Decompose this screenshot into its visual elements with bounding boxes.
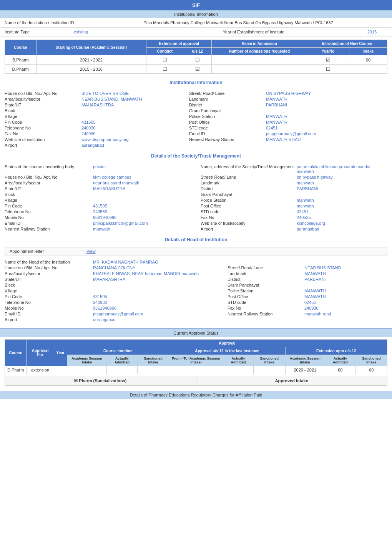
field-value2 xyxy=(304,260,387,264)
col-intro: Introduction of New Course xyxy=(307,40,387,48)
field-label: Mobile No xyxy=(5,306,93,310)
course-us12: ☑ xyxy=(183,65,212,74)
field-value: KHATKALE NIWAS, NEAR hanuman MANDIR manw… xyxy=(93,271,228,276)
field-label: Nearest Railway Station xyxy=(5,227,93,231)
field-label2 xyxy=(189,143,266,148)
field-value: 431505 xyxy=(81,120,189,124)
field-value2: MANWATH xyxy=(266,114,387,119)
info-field-row: House no./ Bld. No./ Apt. No SIDE TO OVE… xyxy=(5,91,387,96)
mpharm-row: M Pharm (Specializations) Approved Intak… xyxy=(5,376,387,386)
col-approval-for: Approval For xyxy=(27,340,54,366)
approved-intake-label: Approved Intake xyxy=(196,376,387,385)
society-info-fields: Status of the course conducting body pri… xyxy=(0,162,392,234)
field-label: Email ID xyxy=(5,221,93,226)
field-label: Pin Code xyxy=(5,294,93,299)
info-field-row: Area/locality/sector near bus stand manw… xyxy=(5,181,387,185)
field-value: near bus stand manwath xyxy=(93,181,201,185)
field-value2: 02451 xyxy=(297,209,387,214)
field-label2: Landmark xyxy=(189,97,266,101)
at-session xyxy=(67,366,107,374)
footer-bar: Details of Pharmacy Educations Regulator… xyxy=(0,391,392,399)
field-label: Block xyxy=(5,192,93,197)
course-admissions xyxy=(212,55,307,65)
field-label2: Landmark xyxy=(201,181,297,185)
inst-type-label: Institute Type xyxy=(5,30,74,34)
inst-info-fields: House no./ Bld. No./ Apt. No SIDE TO OVE… xyxy=(0,88,392,150)
field-value xyxy=(93,198,201,202)
info-field-row: Pin Code 431505 Post Office MANWATH xyxy=(5,294,387,299)
field-label: House no./ Bld. No./ Apt. No xyxy=(5,91,81,96)
col-approval: Approval xyxy=(67,340,387,347)
field-value: 431505 xyxy=(93,294,228,299)
at-session3: 2020 - 2021 xyxy=(285,366,325,374)
field-label: Airport xyxy=(5,317,93,322)
field-value: kkm college campus xyxy=(93,175,201,179)
field-value2: manwath xyxy=(297,181,387,185)
field-label2: Web site of trust/society xyxy=(201,221,297,226)
info-field-row: Nearest Railway Station manwath Airport … xyxy=(5,227,387,231)
field-label: Pin Code xyxy=(5,120,81,124)
info-field-row: House no./ Bld. No./ Apt. No RANCHANA CO… xyxy=(5,265,387,270)
info-field-row: State/UT MAHARASHTRA District PARBHANI xyxy=(5,103,387,107)
col-course-conduct: Course conduct xyxy=(67,347,169,355)
approval-table-container: Course Approval For Year Approval Course… xyxy=(0,337,392,388)
field-label2: Email ID xyxy=(189,131,266,136)
field-label: Airport xyxy=(5,143,81,148)
course-yesno: ☐ xyxy=(307,65,349,74)
field-label2: Street/ Road/ Lane xyxy=(228,265,304,270)
field-label: Mobile No xyxy=(5,215,93,220)
appointment-value[interactable]: View xyxy=(86,249,96,254)
field-value: NEAR BUS STAND, MANWATH xyxy=(81,97,189,101)
field-label2: Landmark xyxy=(228,271,304,276)
field-value2 xyxy=(304,317,387,322)
head-info-fields: Name of the Head of the Institution MR. … xyxy=(0,257,392,325)
field-value: ptsppharmacy@gmail.com xyxy=(93,312,228,316)
col-approval-us12: Approval u/s 12 in the last instance xyxy=(169,347,285,355)
field-value: MAHARASHTRA xyxy=(81,103,189,107)
col-conduct: Conduct xyxy=(146,48,183,55)
field-value2: 240535 xyxy=(297,215,387,220)
course-us12: ☐ xyxy=(183,55,212,65)
approval-table-row: D.Pharm extension 2020 - 2021 60 60 xyxy=(5,366,387,374)
year-label: Year of Establishment of Institute xyxy=(151,30,357,34)
field-value: principalkkkmcm@gmail.com xyxy=(93,221,201,226)
field-value2: NEAR BUS STAND xyxy=(304,265,387,270)
field-value: 431505 xyxy=(93,204,201,208)
field-value2: PARBHANI xyxy=(297,186,387,191)
field-value2: MANWATH xyxy=(304,289,387,293)
field-label: House no./ Bld. No./ Apt. No xyxy=(5,175,93,179)
info-field-row: Block Gram Panchayat xyxy=(5,192,387,197)
footer-text: Details of Pharmacy Educations Regulator… xyxy=(130,393,262,397)
field-value: aurangabad xyxy=(81,143,189,148)
field-label: Telephone No xyxy=(5,209,93,214)
col-sanctioned3: Sanctioned Intake xyxy=(355,355,387,366)
field-label2: District xyxy=(189,103,266,107)
table-row: D.Pharm 2015 - 2016 ☐ ☑ ☐ xyxy=(5,65,387,74)
header-bar: SIF xyxy=(0,0,392,10)
at-admitted2 xyxy=(223,366,253,374)
field-label2: District xyxy=(201,186,297,191)
field-value2: PARBHANI xyxy=(266,103,387,107)
col-session: Starting of Course (Academic Session) xyxy=(36,40,146,55)
course-yesno: ☑ xyxy=(307,55,349,65)
field-value: 240930 xyxy=(81,126,189,130)
field-value2: ptsppharmacy@gmail.com xyxy=(266,131,387,136)
appointment-row: Appointment letter View xyxy=(5,247,387,255)
info-field-row: State/UT MAHARASHTRA District PARBHANI xyxy=(5,186,387,191)
info-field-row: Village Police Station manwath xyxy=(5,198,387,202)
info-field-row: Pin Code 431505 Post Office manwath xyxy=(5,204,387,208)
info-field-row: State/UT MAHARASHTRA District PARBHANI xyxy=(5,277,387,282)
col-intake: Intake xyxy=(349,48,387,55)
field-label2: District xyxy=(228,277,304,282)
info-field-row: Block Gram Panchayat xyxy=(5,283,387,287)
field-value xyxy=(93,289,228,293)
field-value xyxy=(93,192,201,197)
field-label2 xyxy=(228,260,304,264)
society-info-header: Details of the Society/Trust/ Management xyxy=(0,150,392,162)
col-actually-admitted2: Actually Admitted xyxy=(223,355,253,366)
field-value: MAHARASHTRA xyxy=(93,277,228,282)
col-raise: Raise in Admission xyxy=(212,40,307,48)
approval-table: Course Approval For Year Approval Course… xyxy=(5,339,387,374)
year-value: 2015 xyxy=(357,30,387,34)
info-field-row: Block Gram Panchayat xyxy=(5,108,387,113)
